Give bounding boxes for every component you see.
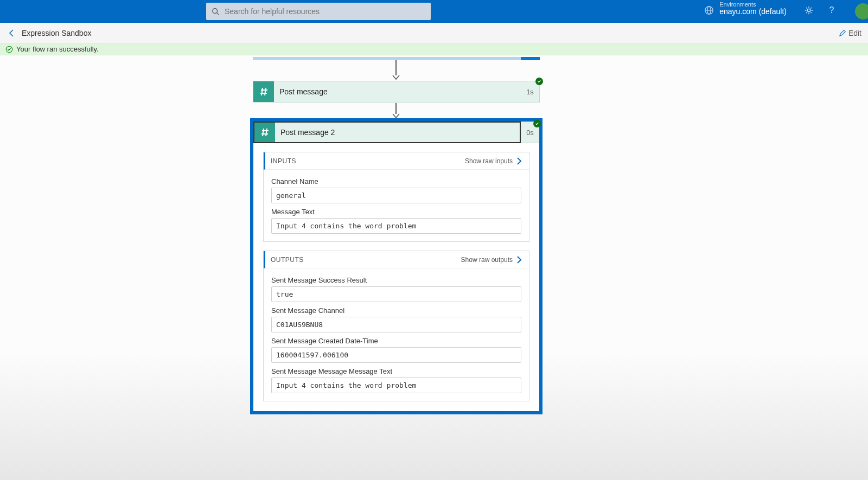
step-post-message[interactable]: Post message 1s	[253, 81, 540, 103]
search-box[interactable]	[206, 3, 431, 20]
inputs-panel: INPUTS Show raw inputs Channel Name gene…	[263, 152, 529, 242]
svg-point-5	[807, 9, 810, 11]
gear-icon	[804, 5, 814, 15]
sent-channel-value: C01AUS9BNU8	[271, 317, 521, 332]
step-duration: 1s	[521, 81, 539, 102]
step-title: Post message 2	[275, 128, 335, 137]
sent-text-label: Sent Message Message Message Text	[271, 367, 521, 375]
hash-icon	[259, 127, 270, 138]
svg-text:?: ?	[829, 5, 834, 15]
page-title: Expression Sandbox	[22, 29, 91, 37]
step-post-message-2-expanded: Post message 2 0s INPUTS Show raw inputs…	[250, 118, 542, 414]
chevron-right-icon	[515, 255, 524, 264]
step-header[interactable]: Post message 2 0s	[253, 121, 539, 143]
message-text-value: Input 4 contains the word problem	[271, 218, 521, 234]
inputs-panel-header: INPUTS Show raw inputs	[264, 152, 529, 170]
pencil-icon	[839, 29, 846, 37]
user-avatar[interactable]	[855, 3, 868, 20]
edit-button[interactable]: Edit	[839, 29, 861, 37]
environment-value: enayu.com (default)	[719, 8, 787, 16]
svg-point-0	[213, 9, 218, 14]
notification-bar: Your flow ran successfully.	[0, 43, 868, 55]
search-icon	[212, 8, 219, 15]
environment-picker[interactable]: Environments enayu.com (default)	[704, 1, 787, 16]
success-result-label: Sent Message Success Result	[271, 276, 521, 284]
show-raw-outputs-link[interactable]: Show raw outputs	[461, 256, 513, 264]
sent-text-value: Input 4 contains the word problem	[271, 377, 521, 393]
back-button[interactable]	[8, 29, 16, 37]
help-button[interactable]: ?	[827, 5, 837, 17]
status-badge-success	[533, 120, 541, 127]
notification-text: Your flow ran successfully.	[16, 45, 99, 53]
show-raw-inputs-link[interactable]: Show raw inputs	[465, 157, 513, 165]
help-icon: ?	[827, 5, 837, 15]
check-icon	[535, 121, 539, 126]
step-title: Post message	[279, 87, 521, 96]
settings-button[interactable]	[804, 5, 814, 17]
inputs-heading: INPUTS	[271, 157, 465, 165]
message-text-label: Message Text	[271, 208, 521, 216]
created-time-value: 1600041597.006100	[271, 347, 521, 363]
success-result-value: true	[271, 286, 521, 302]
svg-line-1	[217, 13, 219, 15]
success-icon	[5, 46, 13, 53]
search-input[interactable]	[224, 7, 425, 16]
outputs-heading: OUTPUTS	[271, 256, 461, 264]
connector-line	[395, 103, 397, 114]
connector-line	[395, 60, 397, 75]
flow-canvas[interactable]: Post message 1s Post message 2 0s INPUTS	[0, 55, 868, 480]
chevron-right-icon	[515, 157, 524, 165]
arrow-down-icon	[392, 75, 400, 80]
status-badge-success	[535, 78, 543, 85]
channel-name-value: general	[271, 188, 521, 203]
hash-icon	[258, 86, 269, 97]
slack-connector-icon	[254, 123, 275, 142]
edit-label: Edit	[848, 29, 861, 37]
environment-icon	[704, 5, 714, 15]
created-time-label: Sent Message Created Date-Time	[271, 337, 521, 345]
breadcrumb-row: Expression Sandbox Edit	[0, 23, 868, 43]
sent-channel-label: Sent Message Channel	[271, 306, 521, 315]
outputs-panel: OUTPUTS Show raw outputs Sent Message Su…	[263, 251, 529, 401]
channel-name-label: Channel Name	[271, 177, 521, 185]
outputs-panel-header: OUTPUTS Show raw outputs	[264, 251, 529, 268]
check-icon	[537, 79, 541, 84]
slack-connector-icon	[253, 81, 274, 102]
app-header: Environments enayu.com (default) ?	[0, 0, 868, 23]
